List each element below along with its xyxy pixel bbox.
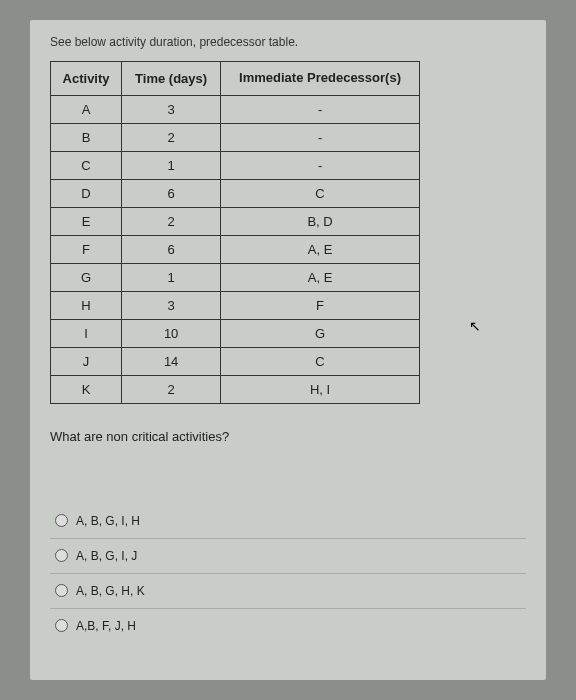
table-row: D6C xyxy=(51,179,420,207)
table-cell-activity: I xyxy=(51,319,122,347)
table-cell-time: 10 xyxy=(122,319,221,347)
header-activity: Activity xyxy=(51,62,122,96)
question-page: See below activity duration, predecessor… xyxy=(30,20,546,680)
intro-text: See below activity duration, predecessor… xyxy=(50,35,526,49)
question-text: What are non critical activities? xyxy=(50,429,526,444)
table-row: C1- xyxy=(51,151,420,179)
table-row: G1A, E xyxy=(51,263,420,291)
table-cell-activity: J xyxy=(51,347,122,375)
table-cell-activity: D xyxy=(51,179,122,207)
table-cell-time: 6 xyxy=(122,235,221,263)
option-row[interactable]: A, B, G, H, K xyxy=(50,573,526,608)
table-row: E2B, D xyxy=(51,207,420,235)
header-time: Time (days) xyxy=(122,62,221,96)
table-cell-pred: A, E xyxy=(221,263,420,291)
table-cell-pred: G xyxy=(221,319,420,347)
radio-icon[interactable] xyxy=(55,549,68,562)
option-row[interactable]: A,B, F, J, H xyxy=(50,608,526,643)
table-cell-pred: H, I xyxy=(221,375,420,403)
table-row: B2- xyxy=(51,123,420,151)
option-row[interactable]: A, B, G, I, J xyxy=(50,538,526,573)
table-cell-activity: K xyxy=(51,375,122,403)
table-row: F6A, E xyxy=(51,235,420,263)
table-cell-pred: A, E xyxy=(221,235,420,263)
table-cell-pred: F xyxy=(221,291,420,319)
table-cell-pred: - xyxy=(221,123,420,151)
table-cell-activity: H xyxy=(51,291,122,319)
option-label: A, B, G, I, J xyxy=(76,549,137,563)
table-cell-activity: A xyxy=(51,95,122,123)
table-cell-pred: C xyxy=(221,179,420,207)
activity-table: Activity Time (days) Immediate Predecess… xyxy=(50,61,420,404)
table-cell-time: 1 xyxy=(122,263,221,291)
header-predecessor: Immediate Predecessor(s) xyxy=(221,62,420,96)
option-row[interactable]: A, B, G, I, H xyxy=(50,504,526,538)
table-cell-time: 2 xyxy=(122,123,221,151)
table-cell-activity: C xyxy=(51,151,122,179)
option-label: A,B, F, J, H xyxy=(76,619,136,633)
options-list: A, B, G, I, HA, B, G, I, JA, B, G, H, KA… xyxy=(50,504,526,643)
table-cell-time: 2 xyxy=(122,375,221,403)
table-cell-pred: - xyxy=(221,95,420,123)
table-row: I10G xyxy=(51,319,420,347)
table-cell-time: 1 xyxy=(122,151,221,179)
table-cell-pred: B, D xyxy=(221,207,420,235)
radio-icon[interactable] xyxy=(55,619,68,632)
table-cell-pred: - xyxy=(221,151,420,179)
table-cell-time: 6 xyxy=(122,179,221,207)
table-cell-time: 14 xyxy=(122,347,221,375)
option-label: A, B, G, H, K xyxy=(76,584,145,598)
table-cell-activity: E xyxy=(51,207,122,235)
table-cell-time: 2 xyxy=(122,207,221,235)
table-cell-activity: G xyxy=(51,263,122,291)
radio-icon[interactable] xyxy=(55,514,68,527)
radio-icon[interactable] xyxy=(55,584,68,597)
table-cell-activity: F xyxy=(51,235,122,263)
table-cell-pred: C xyxy=(221,347,420,375)
table-row: H3F xyxy=(51,291,420,319)
table-row: A3- xyxy=(51,95,420,123)
option-label: A, B, G, I, H xyxy=(76,514,140,528)
table-cell-activity: B xyxy=(51,123,122,151)
table-cell-time: 3 xyxy=(122,291,221,319)
table-row: K2H, I xyxy=(51,375,420,403)
table-row: J14C xyxy=(51,347,420,375)
table-cell-time: 3 xyxy=(122,95,221,123)
